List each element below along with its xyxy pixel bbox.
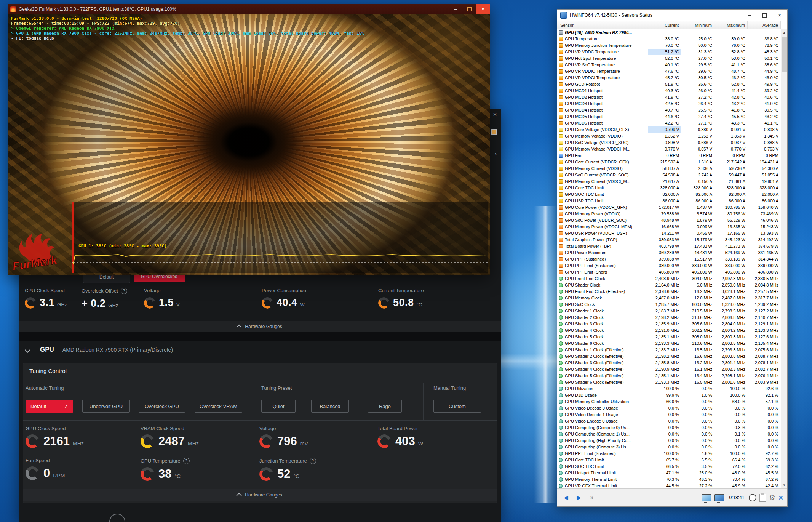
sensor-row[interactable]: GPU Shader 6 Clock (Effective)2,193.3 MH… — [557, 379, 781, 386]
minimize-button[interactable] — [449, 4, 462, 14]
sensor-row[interactable]: GPU SOC TDC Limit82.000 A82.000 A82.000 … — [557, 191, 781, 198]
furmark-titlebar[interactable]: Geeks3D FurMark v1.33.0.0 - 722FPS, GPU1… — [8, 4, 490, 14]
sensor-row[interactable]: GPU MCD1 Hotspot40.3 °C26.0 °C41.4 °C39.… — [557, 88, 781, 94]
gear-icon[interactable]: ⚙ — [769, 493, 775, 502]
minimize-button[interactable] — [742, 10, 757, 21]
sensor-row[interactable]: GPU Shader 5 Clock2,185.1 MHz308.0 MHz2,… — [557, 334, 781, 340]
sensor-row[interactable]: GPU MCD3 Hotspot42.5 °C26.4 °C43.2 °C41.… — [557, 101, 781, 107]
sensor-row[interactable]: GPU MCD5 Hotspot44.6 °C27.4 °C45.5 °C43.… — [557, 114, 781, 120]
sensor-row[interactable]: GPU PPT Limit (Sustained)339.000 W339.00… — [557, 263, 781, 269]
sensor-row[interactable]: GPU Core TDC Limit328.000 A328.000 A328.… — [557, 185, 781, 191]
sensor-row[interactable]: GPU Shader 2 Clock2,198.2 MHz313.6 MHz2,… — [557, 314, 781, 321]
tuning-default-button[interactable]: Default ✓ — [26, 400, 73, 413]
sensor-row[interactable]: GPU Computing (High Priority Co...0.0 %0… — [557, 437, 781, 444]
sensor-row[interactable]: GPU MCD6 Hotspot42.2 °C27.1 °C43.3 °C41.… — [557, 120, 781, 126]
sensor-row[interactable]: GPU Computing (Compute 3) Us...0.0 %0.0 … — [557, 444, 781, 450]
sensor-row[interactable]: GPU Core TDC Limit65.7 %6.5 %66.4 %59.3 … — [557, 457, 781, 463]
sensor-row[interactable]: GPU Shader 4 Clock2,191.0 MHz302.2 MHz2,… — [557, 327, 781, 334]
tuning-overclock-vram-button[interactable]: Overclock VRAM — [195, 400, 242, 413]
sensor-row[interactable]: GPU [#0]: AMD Radeon RX 7900... — [557, 29, 781, 36]
sensor-row[interactable]: GPU Memory Voltage (VDDCI_M...0.770 V0.6… — [557, 146, 781, 152]
sensor-row[interactable]: GPU USR TDC Limit86.000 A86.000 A86.000 … — [557, 198, 781, 204]
sensor-row[interactable]: GPU Video Decode 0 Usage0.0 %0.0 %0.0 %0… — [557, 405, 781, 412]
hardware-gauges-toggle-bottom[interactable]: Hardware Gauges — [23, 489, 497, 501]
sensor-row[interactable]: GPU Video Encode 0 Usage0.0 %0.0 %0.0 %0… — [557, 418, 781, 424]
sensor-row[interactable]: GPU Shader 6 Clock2,193.3 MHz310.6 MHz2,… — [557, 340, 781, 347]
sensor-row[interactable]: GPU D3D Usage99.9 %1.0 %100.0 %92.1 % — [557, 392, 781, 399]
sensor-row[interactable]: GPU Memory Thermal Limit70.3 %46.3 %70.4… — [557, 476, 781, 483]
close-button[interactable]: ✕ — [476, 4, 490, 14]
sensor-row[interactable]: GPU Power Maximum369.239 W43.431 W524.16… — [557, 250, 781, 256]
sensor-row[interactable]: GPU Utilization100.0 %0.0 %100.0 %92.6 % — [557, 386, 781, 392]
sensor-row[interactable]: GPU Front End Clock2,408.9 MHz304.0 MHz2… — [557, 275, 781, 282]
clock-icon[interactable] — [749, 494, 756, 501]
sensor-row[interactable]: GPU Hot Spot Temperature52.0 °C27.0 °C53… — [557, 55, 781, 62]
sensor-row[interactable]: Total Graphics Power (TGP)339.083 W15.17… — [557, 237, 781, 243]
sensor-row[interactable]: GPU VR VDDIO Temperature47.6 °C29.6 °C48… — [557, 68, 781, 75]
sensor-row[interactable]: GPU VR VDDCI Temperature45.2 °C30.5 °C46… — [557, 75, 781, 81]
sensor-row[interactable]: GPU Temperature38.0 °C25.0 °C39.0 °C36.8… — [557, 36, 781, 42]
gpu-section-header[interactable]: GPU AMD Radeon RX 7900 XTX (Primary/Disc… — [19, 341, 501, 359]
sensor-row[interactable]: GPU USR Power (VDDCR_USR)14.211 W0.455 W… — [557, 230, 781, 237]
sensor-row[interactable]: GPU PPT Limit (Sustained)100.0 %4.6 %100… — [557, 450, 781, 457]
sensor-row[interactable]: GPU Front End Clock (Effective)2,378.6 M… — [557, 288, 781, 295]
scrollbar-thumb[interactable] — [782, 37, 787, 72]
manual-custom-button[interactable]: Custom — [433, 400, 481, 413]
sensor-row[interactable]: GPU SOC TDC Limit66.5 %3.5 %72.0 %62.2 % — [557, 463, 781, 470]
help-icon[interactable]: ? — [310, 458, 316, 464]
maximize-button[interactable] — [462, 4, 476, 14]
close-button[interactable]: ✕ — [772, 10, 787, 21]
sensor-row[interactable]: GPU GCD Hotspot51.9 °C25.6 °C52.8 °C49.9… — [557, 81, 781, 88]
scroll-up-icon[interactable]: ▲ — [781, 29, 787, 36]
sensor-row[interactable]: GPU Shader 4 Clock (Effective)2,190.9 MH… — [557, 366, 781, 373]
sensor-row[interactable]: GPU Memory Power (VDDCI_MEM)16.668 W0.09… — [557, 224, 781, 230]
tuning-undervolt-button[interactable]: Undervolt GPU — [82, 400, 130, 413]
column-current[interactable]: Current — [648, 21, 681, 29]
sensor-row[interactable]: GPU Shader 3 Clock2,185.9 MHz305.6 MHz2,… — [557, 321, 781, 327]
clipboard-icon[interactable] — [759, 494, 766, 502]
sensor-row[interactable]: GPU SoC Power (VDDCR_SOC)48.948 W1.879 W… — [557, 217, 781, 224]
sensor-row[interactable]: GPU Video Decode 1 Usage0.0 %0.0 %0.0 %0… — [557, 412, 781, 418]
sensor-row[interactable]: GPU Shader 2 Clock (Effective)2,198.2 MH… — [557, 353, 781, 360]
hardware-gauges-toggle-top[interactable]: Hardware Gauges — [19, 321, 501, 332]
sensor-row[interactable]: GPU PPT Limit (Short)406.800 W406.800 W4… — [557, 269, 781, 275]
sensor-row[interactable]: GPU Shader 5 Clock (Effective)2,185.1 MH… — [557, 373, 781, 379]
restore-icon[interactable] — [491, 129, 497, 135]
sensor-row[interactable]: GPU Core Voltage (VDDCR_GFX)0.799 V0.380… — [557, 126, 781, 133]
back-arrow-button[interactable]: ◀ — [561, 492, 571, 503]
sensor-row[interactable]: GPU SoC Voltage (VDDCR_SOC)0.898 V0.686 … — [557, 139, 781, 146]
sensor-row[interactable]: GPU SoC Clock1,285.7 MHz600.0 MHz1,328.0… — [557, 301, 781, 308]
help-icon[interactable]: ? — [121, 288, 127, 294]
exit-x-icon[interactable]: ✕ — [778, 494, 783, 501]
column-sensor[interactable]: Sensor — [557, 21, 648, 29]
sensor-row[interactable]: GPU Core Current (VDDCR_GFX)215.503 A1.6… — [557, 159, 781, 165]
sensor-row[interactable]: GPU Hotspot Thermal Limit47.1 %25.0 %48.… — [557, 470, 781, 476]
column-minimum[interactable]: Minimum — [681, 21, 714, 29]
sensor-row[interactable]: GPU Memory Junction Temperature76.0 °C50… — [557, 42, 781, 49]
chevron-right-icon[interactable]: › — [495, 151, 497, 157]
forward-arrow-button[interactable]: ▶ — [574, 492, 584, 503]
column-maximum[interactable]: Maximum — [714, 21, 748, 29]
sensor-row[interactable]: GPU VR GFX Thermal Limit44.5 %27.2 %45.9… — [557, 483, 781, 488]
sensor-row[interactable]: GPU Memory Voltage (VDDIO)1.352 V1.252 V… — [557, 133, 781, 139]
sensor-row[interactable]: GPU Memory Clock2,487.0 MHz12.0 MHz2,487… — [557, 295, 781, 301]
sensor-row[interactable]: GPU Memory Current (VDDCI_M...21.647 A0.… — [557, 178, 781, 185]
sensor-row[interactable]: GPU Computing (Compute 0) Us...0.0 %0.0 … — [557, 424, 781, 431]
sensor-row[interactable]: GPU Core Power (VDDCR_GFX)172.017 W1.437… — [557, 204, 781, 211]
sensor-row[interactable]: GPU MCD2 Hotspot41.9 °C27.2 °C42.8 °C40.… — [557, 94, 781, 101]
sensor-row[interactable]: GPU Shader 1 Clock (Effective)2,183.7 MH… — [557, 347, 781, 353]
preset-rage-button[interactable]: Rage — [368, 400, 402, 413]
scroll-down-icon[interactable]: ▼ — [781, 482, 787, 488]
close-icon[interactable]: ✕ — [493, 112, 497, 117]
skip-forward-button[interactable]: » — [587, 492, 597, 503]
monitor-icon[interactable] — [702, 494, 711, 501]
hwinfo-titlebar[interactable]: HWiNFO64 v7.42-5030 - Sensors Status ✕ — [557, 10, 787, 21]
sensor-row[interactable]: GPU MCD4 Hotspot40.7 °C25.5 °C41.8 °C39.… — [557, 107, 781, 114]
help-icon[interactable]: ? — [183, 458, 190, 464]
sensor-row[interactable]: GPU Memory Controller Utilization66.0 %0… — [557, 399, 781, 405]
sensor-row[interactable]: GPU Shader 3 Clock (Effective)2,185.8 MH… — [557, 360, 781, 366]
preset-balanced-button[interactable]: Balanced — [311, 400, 349, 413]
sensor-table-header[interactable]: Sensor Current Minimum Maximum Average — [557, 21, 781, 29]
sensor-row[interactable]: GPU Memory Current (VDDIO)58.837 A2.836 … — [557, 165, 781, 172]
preset-quiet-button[interactable]: Quiet — [261, 400, 296, 413]
